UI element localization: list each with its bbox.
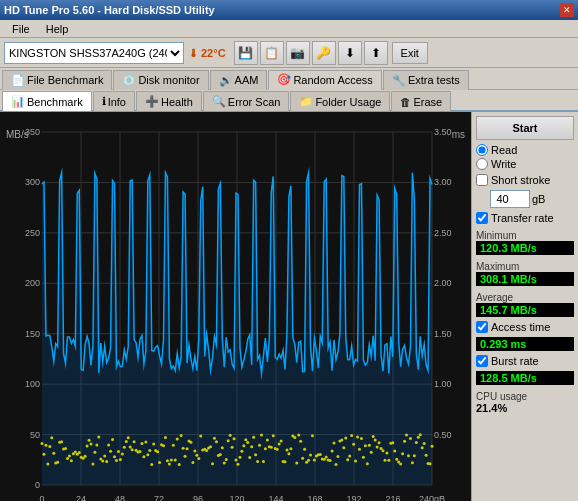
start-button[interactable]: Start [476,116,574,140]
access-time-checkbox-label[interactable]: Access time [476,321,574,333]
toolbar-icon-4[interactable]: 🔑 [312,41,336,65]
toolbar-icon-3[interactable]: 📷 [286,41,310,65]
close-button[interactable]: ✕ [560,3,574,17]
disk-monitor-icon: 💿 [122,74,136,87]
erase-icon: 🗑 [400,96,411,108]
toolbar-icon-6[interactable]: ⬆ [364,41,388,65]
burst-rate-value: 128.5 MB/s [476,371,574,385]
stroke-input[interactable] [490,190,530,208]
cpu-usage-section: CPU usage 21.4% [476,389,574,414]
extra-tests-icon: 🔧 [392,74,406,87]
file-benchmark-icon: 📄 [11,74,25,87]
write-radio[interactable] [476,158,488,170]
tab-folder-usage[interactable]: 📁 Folder Usage [290,91,390,111]
maximum-label: Maximum [476,261,574,272]
error-scan-icon: 🔍 [212,95,226,108]
title-bar: HD Tune Pro 5.60 - Hard Disk/SSD Utility… [0,0,578,20]
average-label: Average [476,292,574,303]
drive-dropdown[interactable]: KINGSTON SHSS37A240G (240 gB) [4,42,184,64]
toolbar-icon-5[interactable]: ⬇ [338,41,362,65]
tab-health[interactable]: ➕ Health [136,91,202,111]
burst-rate-checkbox-label[interactable]: Burst rate [476,355,574,367]
aam-icon: 🔊 [219,74,233,87]
access-time-value: 0.293 ms [476,337,574,351]
info-icon: ℹ [102,95,106,108]
temperature-indicator: 🌡 22°C [188,47,226,59]
read-write-group: Read Write [476,144,574,170]
burst-rate-checkbox[interactable] [476,355,488,367]
maximum-value: 308.1 MB/s [476,272,574,286]
write-radio-label[interactable]: Write [476,158,574,170]
cpu-usage-label: CPU usage [476,391,574,402]
tab-info[interactable]: ℹ Info [93,91,135,111]
health-icon: ➕ [145,95,159,108]
right-panel: Start Read Write Short stroke gB Transfe… [471,112,578,501]
drive-selector: KINGSTON SHSS37A240G (240 gB) [4,42,184,64]
tab-error-scan[interactable]: 🔍 Error Scan [203,91,290,111]
maximum-section: Maximum 308.1 MB/s [476,259,574,286]
average-value: 145.7 MB/s [476,303,574,317]
toolbar-icon-1[interactable]: 💾 [234,41,258,65]
tab-file-benchmark[interactable]: 📄 File Benchmark [2,70,112,90]
transfer-rate-checkbox-label[interactable]: Transfer rate [476,212,574,224]
menu-bar: File Help [0,20,578,38]
chart-area [0,112,471,501]
minimum-label: Minimum [476,230,574,241]
benchmark-chart [4,116,467,501]
tab-erase[interactable]: 🗑 Erase [391,91,451,111]
toolbar-icon-2[interactable]: 📋 [260,41,284,65]
average-section: Average 145.7 MB/s [476,290,574,317]
menu-file[interactable]: File [4,20,38,38]
short-stroke-checkbox[interactable] [476,174,488,186]
cpu-usage-value: 21.4% [476,402,574,414]
minimum-section: Minimum 120.3 MB/s [476,228,574,255]
read-radio[interactable] [476,144,488,156]
tab-extra-tests[interactable]: 🔧 Extra tests [383,70,469,90]
folder-usage-icon: 📁 [299,95,313,108]
main-content: Start Read Write Short stroke gB Transfe… [0,112,578,501]
toolbar: KINGSTON SHSS37A240G (240 gB) 🌡 22°C 💾 📋… [0,38,578,68]
short-stroke-checkbox-label[interactable]: Short stroke [476,174,574,186]
thermometer-icon: 🌡 [188,47,199,59]
tab-benchmark[interactable]: 📊 Benchmark [2,91,92,111]
benchmark-icon: 📊 [11,95,25,108]
tab-aam[interactable]: 🔊 AAM [210,70,268,90]
temperature-value: 22°C [201,47,226,59]
tab-random-access[interactable]: 🎯 Random Access [268,70,381,90]
transfer-rate-checkbox[interactable] [476,212,488,224]
exit-button[interactable]: Exit [392,42,428,64]
tab-bar-bottom: 📊 Benchmark ℹ Info ➕ Health 🔍 Error Scan… [0,90,578,112]
toolbar-icons: 💾 📋 📷 🔑 ⬇ ⬆ [234,41,388,65]
minimum-value: 120.3 MB/s [476,241,574,255]
random-access-icon: 🎯 [277,73,291,86]
access-time-checkbox[interactable] [476,321,488,333]
tab-disk-monitor[interactable]: 💿 Disk monitor [113,70,208,90]
tab-bar-top: 📄 File Benchmark 💿 Disk monitor 🔊 AAM 🎯 … [0,68,578,90]
menu-help[interactable]: Help [38,20,77,38]
title-text: HD Tune Pro 5.60 - Hard Disk/SSD Utility [4,4,215,16]
stroke-input-row: gB [490,190,574,208]
read-radio-label[interactable]: Read [476,144,574,156]
